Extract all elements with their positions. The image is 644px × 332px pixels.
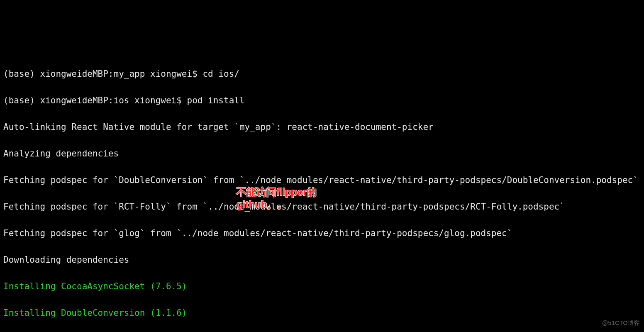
- watermark-text: @51CTO博客: [602, 316, 640, 330]
- terminal-line: Analyzing dependencies: [3, 147, 641, 160]
- terminal-line: Downloading dependencies: [3, 253, 641, 266]
- terminal-line: Fetching podspec for `DoubleConversion` …: [3, 173, 641, 187]
- annotation-text: github。。: [237, 198, 317, 211]
- terminal-line: Fetching podspec for `RCT-Folly` from `.…: [3, 200, 641, 213]
- install-line: Installing DoubleConversion (1.1.6): [3, 306, 641, 320]
- install-line: Installing CocoaAsyncSocket (7.6.5): [3, 280, 641, 293]
- terminal-line: (base) xiongweideMBP:my_app xiongwei$ cd…: [3, 67, 641, 81]
- terminal-line: (base) xiongweideMBP:ios xiongwei$ pod i…: [3, 94, 641, 107]
- annotation-callout: 不能访问flipper的 github。。: [237, 186, 317, 211]
- terminal-line: Auto-linking React Native module for tar…: [3, 120, 641, 134]
- terminal-line: Fetching podspec for `glog` from `../nod…: [3, 227, 641, 240]
- annotation-text: 不能访问flipper的: [237, 186, 317, 198]
